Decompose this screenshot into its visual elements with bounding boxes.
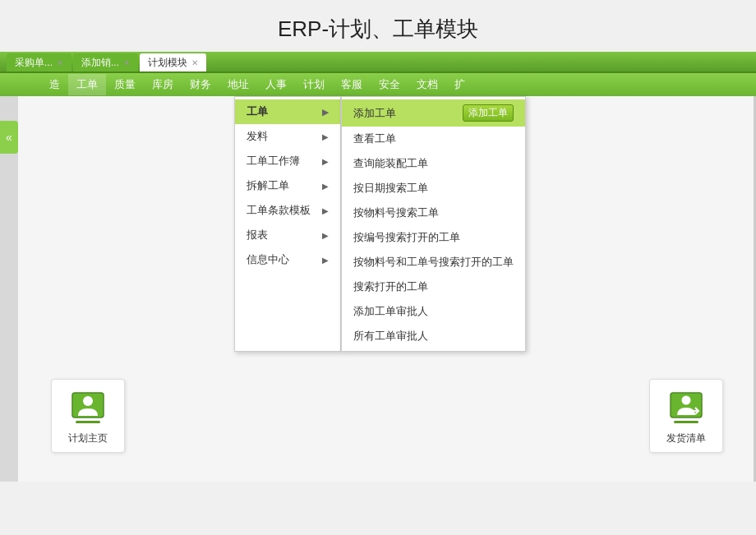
tab-plan[interactable]: 计划模块 ✕ — [140, 53, 206, 71]
svg-rect-2 — [76, 421, 100, 423]
icon-issue-list[interactable]: 发货清单 — [649, 379, 723, 453]
tab-close-icon[interactable]: ✕ — [191, 58, 198, 67]
menu-bar: 造 工单 质量 库房 财务 地址 人事 计划 客服 安全 文档 扩 — [0, 73, 756, 96]
menu-disassemble[interactable]: 拆解工单 ▶ — [235, 173, 340, 198]
menu-search-by-number[interactable]: 按编号搜索打开的工单 — [342, 225, 525, 250]
menu-item-finance[interactable]: 财务 — [182, 74, 219, 95]
menu-item-warehouse[interactable]: 库房 — [144, 74, 182, 95]
svg-point-1 — [83, 396, 93, 406]
arrow-icon: ▶ — [322, 256, 329, 265]
menu-search-open[interactable]: 搜索打开的工单 — [342, 274, 525, 299]
menu-search-by-material[interactable]: 按物料号搜索工单 — [342, 201, 525, 225]
menu-query-assembly[interactable]: 查询能装配工单 — [342, 151, 525, 176]
menu-template[interactable]: 工单条款模板 ▶ — [235, 198, 340, 223]
menu-search-by-material-number[interactable]: 按物料号和工单号搜索打开的工单 — [342, 250, 525, 274]
svg-rect-5 — [674, 421, 698, 423]
arrow-icon: ▶ — [322, 108, 329, 117]
arrow-icon: ▶ — [322, 157, 329, 166]
tab-close-icon[interactable]: ✕ — [57, 58, 63, 67]
menu-item-security[interactable]: 安全 — [371, 74, 408, 95]
issue-list-label: 发货清单 — [666, 431, 706, 445]
tab-purchase[interactable]: 采购单... ✕ — [7, 53, 71, 71]
arrow-icon: ▶ — [322, 231, 329, 240]
menu-add-approver[interactable]: 添加工单审批人 — [342, 299, 525, 324]
icon-plan-home[interactable]: 计划主页 — [51, 379, 125, 453]
menu-item-build[interactable]: 造 — [41, 74, 68, 95]
svg-point-4 — [682, 396, 691, 405]
menu-item-quality[interactable]: 质量 — [106, 74, 144, 95]
arrow-icon: ▶ — [322, 182, 329, 191]
menu-item-hr[interactable]: 人事 — [257, 74, 295, 95]
menu-item-extend[interactable]: 扩 — [446, 74, 473, 95]
plan-home-label: 计划主页 — [68, 431, 108, 445]
menu-search-by-date[interactable]: 按日期搜索工单 — [342, 176, 525, 201]
tab-bar: 采购单... ✕ 添加销... ✕ 计划模块 ✕ — [0, 52, 756, 73]
menu-workorder-header[interactable]: 工单 ▶ — [235, 99, 340, 124]
add-workorder-badge[interactable]: 添加工单 — [463, 104, 514, 122]
dropdown-container: 工单 ▶ 发料 ▶ 工单工作簿 ▶ 拆解工单 ▶ 工单条款模板 ▶ 报表 ▶ — [234, 96, 526, 352]
menu-report[interactable]: 报表 ▶ — [235, 223, 340, 247]
tab-close-icon[interactable]: ✕ — [123, 58, 130, 67]
page-title: ERP-计划、工单模块 — [0, 0, 756, 52]
menu-item-address[interactable]: 地址 — [219, 74, 257, 95]
menu-all-approver[interactable]: 所有工单审批人 — [342, 324, 525, 348]
menu-view-workorder[interactable]: 查看工单 — [342, 127, 525, 151]
collapse-button[interactable]: « — [0, 121, 18, 154]
main-area: « 工单 ▶ 发料 ▶ 工单工作簿 ▶ 拆解工单 ▶ — [0, 96, 756, 482]
menu-info-center[interactable]: 信息中心 ▶ — [235, 247, 340, 272]
menu-workbook[interactable]: 工单工作簿 ▶ — [235, 149, 340, 173]
person-board-icon — [67, 386, 108, 427]
chevron-left-icon: « — [6, 131, 12, 144]
menu-level1: 工单 ▶ 发料 ▶ 工单工作簿 ▶ 拆解工单 ▶ 工单条款模板 ▶ 报表 ▶ — [234, 96, 341, 352]
menu-item-plan[interactable]: 计划 — [295, 74, 333, 95]
menu-item-workorder[interactable]: 工单 — [68, 74, 106, 95]
menu-issue-material[interactable]: 发料 ▶ — [235, 124, 340, 149]
menu-item-customer[interactable]: 客服 — [333, 74, 371, 95]
menu-item-docs[interactable]: 文档 — [408, 74, 446, 95]
menu-level2: 添加工单 添加工单 查看工单 查询能装配工单 按日期搜索工单 按物料号搜索工单 … — [341, 96, 526, 352]
tab-add-sales[interactable]: 添加销... ✕ — [73, 53, 138, 71]
arrow-icon: ▶ — [322, 206, 329, 215]
icons-area: 计划主页 发货清单 — [18, 367, 756, 465]
arrow-icon: ▶ — [322, 132, 329, 141]
menu-add-workorder[interactable]: 添加工单 添加工单 — [342, 99, 525, 127]
send-list-icon — [666, 386, 707, 427]
